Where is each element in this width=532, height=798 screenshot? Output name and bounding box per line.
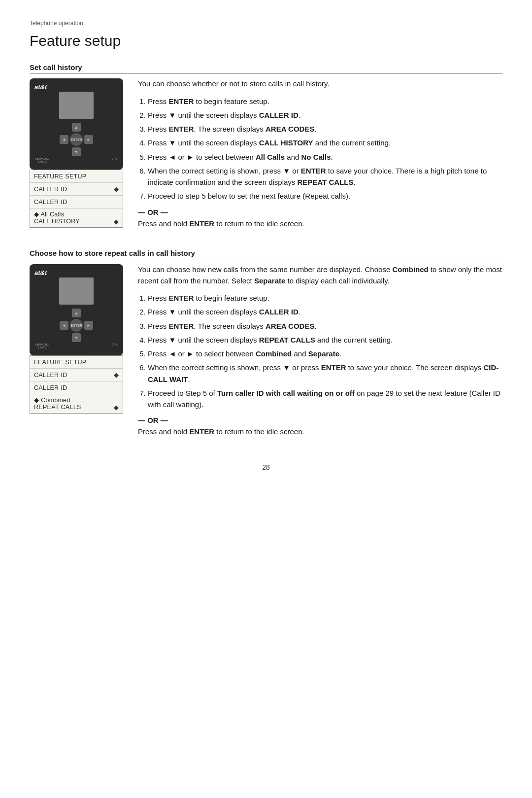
step1-3: Press ENTER. The screen displays AREA CO… xyxy=(148,123,502,135)
dpad-up-1: ▲ xyxy=(72,123,81,132)
bold-combined: Combined xyxy=(256,349,292,358)
dpad-enter-2: ENTER xyxy=(70,319,83,332)
breadcrumb: Telephone operation xyxy=(30,20,502,27)
page-number: 28 xyxy=(30,463,502,471)
bold-separate: Separate xyxy=(308,349,339,358)
section2-left-panel: at&t ▲ ▼ ◄ ► ENTER NEW CALLLINE 2 DRY xyxy=(30,264,123,444)
section2-or-label: — OR — xyxy=(138,416,502,424)
phone-label-dry-2: DRY xyxy=(111,343,117,349)
bold-repeatcalls-s2: REPEAT CALLS xyxy=(259,336,315,344)
lcd1-arrow1: ◆ xyxy=(114,185,119,193)
step2-5: Press ◄ or ► to select between Combined … xyxy=(148,348,502,359)
phone-labels-1: NEW CALLLINE 2 DRY xyxy=(30,157,123,164)
dpad-right-2: ► xyxy=(84,321,93,330)
bold-areacodes-s2: AREA CODES xyxy=(266,322,314,330)
dpad-down-1: ▼ xyxy=(72,147,81,156)
bold-enter-hold-2: ENTER xyxy=(189,427,214,436)
dpad-left-2: ◄ xyxy=(60,321,68,330)
dpad-enter-1: ENTER xyxy=(70,133,83,146)
step2-7: Proceed to Step 5 of Turn caller ID with… xyxy=(148,387,502,411)
section2-or-text: Press and hold ENTER to return to the id… xyxy=(138,426,502,438)
section1-header: Set call history xyxy=(30,63,502,73)
phone-device-2: at&t ▲ ▼ ◄ ► ENTER NEW CALLLINE 2 DRY xyxy=(30,264,123,355)
section-set-call-history: Set call history at&t ▲ ▼ ◄ ► ENTER xyxy=(30,63,502,235)
step1-6: When the correct setting is shown, press… xyxy=(148,165,502,188)
lcd2-row3: CALLER ID xyxy=(30,382,123,394)
section1-or-text: Press and hold ENTER to return to the id… xyxy=(138,218,502,230)
dpad-down-2: ▼ xyxy=(72,333,81,342)
bold-areacodes: AREA CODES xyxy=(266,125,314,133)
lcd1-arrow4: ◆ xyxy=(114,218,119,225)
bold-callerid-s2: CALLER ID xyxy=(259,308,299,316)
phone-label-newcall-2: NEW CALLLINE 2 xyxy=(35,343,49,349)
phone-screen-2 xyxy=(59,278,94,305)
section2-intro: You can choose how new calls from the sa… xyxy=(138,264,502,286)
phone-dpad-1: ▲ ▼ ◄ ► ENTER xyxy=(60,123,93,156)
lcd2-row2: CALLER ID ◆ xyxy=(30,369,123,382)
bold-enter-3: ENTER xyxy=(301,167,326,175)
section2-header: Choose how to store repeat calls in call… xyxy=(30,249,502,259)
section2-right-content: You can choose how new calls from the sa… xyxy=(138,264,502,444)
lcd-display-1: FEATURE SETUP CALLER ID ◆ CALLER ID ◆ Al… xyxy=(30,170,123,228)
bold-allcalls: All Calls xyxy=(256,153,285,161)
phone-device-1: at&t ▲ ▼ ◄ ► ENTER NEW CALLLINE 2 DRY xyxy=(30,78,123,170)
dpad-up-2: ▲ xyxy=(72,309,81,317)
lcd1-row2: CALLER ID ◆ xyxy=(30,183,123,196)
lcd1-row3: CALLER ID xyxy=(30,196,123,208)
bold-enter-s2-2: ENTER xyxy=(169,322,194,330)
bold-repeatcalls: REPEAT CALLS xyxy=(298,178,354,186)
bold-enter-s2-1: ENTER xyxy=(169,294,194,302)
step2-4: Press ▼ until the screen displays REPEAT… xyxy=(148,334,502,346)
step2-1: Press ENTER to begin feature setup. xyxy=(148,292,502,304)
att-logo-2: at&t xyxy=(34,269,47,277)
section1-right-content: You can choose whether or not to store c… xyxy=(138,78,502,235)
lcd1-row4: ◆ All Calls CALL HISTORY ◆ xyxy=(30,208,123,227)
phone-labels-2: NEW CALLLINE 2 DRY xyxy=(30,343,123,349)
page-title: Feature setup xyxy=(30,33,502,49)
bold-separate-intro: Separate xyxy=(254,277,285,285)
bold-callhistory: CALL HISTORY xyxy=(259,139,313,147)
section-repeat-calls: Choose how to store repeat calls in call… xyxy=(30,249,502,444)
section1-steps: Press ENTER to begin feature setup. Pres… xyxy=(138,96,502,202)
lcd2-arrow4: ◆ xyxy=(114,404,119,411)
section1-content: at&t ▲ ▼ ◄ ► ENTER NEW CALLLINE 2 DRY xyxy=(30,78,502,235)
lcd2-arrow1: ◆ xyxy=(114,371,119,379)
step1-2: Press ▼ until the screen displays CALLER… xyxy=(148,109,502,121)
att-logo-1: at&t xyxy=(34,83,47,91)
bold-enter-hold-1: ENTER xyxy=(189,219,214,228)
step1-1: Press ENTER to begin feature setup. xyxy=(148,96,502,107)
lcd-display-2: FEATURE SETUP CALLER ID ◆ CALLER ID ◆ Co… xyxy=(30,355,123,414)
bold-callerid-1: CALLER ID xyxy=(259,111,299,119)
step2-3: Press ENTER. The screen displays AREA CO… xyxy=(148,320,502,332)
phone-label-newcall: NEW CALLLINE 2 xyxy=(35,157,49,164)
step2-2: Press ▼ until the screen displays CALLER… xyxy=(148,306,502,317)
section1-intro: You can choose whether or not to store c… xyxy=(138,78,502,90)
section2-content: at&t ▲ ▼ ◄ ► ENTER NEW CALLLINE 2 DRY xyxy=(30,264,502,444)
phone-screen-1 xyxy=(59,92,94,119)
lcd2-row1: FEATURE SETUP xyxy=(30,356,123,369)
phone-label-dry: DRY xyxy=(111,157,117,164)
bold-enter-s2-3: ENTER xyxy=(321,363,346,372)
section1-or-label: — OR — xyxy=(138,208,502,216)
bold-nocalls: No Calls xyxy=(301,153,331,161)
dpad-left-1: ◄ xyxy=(60,135,68,144)
phone-dpad-2: ▲ ▼ ◄ ► ENTER xyxy=(60,309,93,342)
bold-enter-1: ENTER xyxy=(169,97,194,105)
section1-left-panel: at&t ▲ ▼ ◄ ► ENTER NEW CALLLINE 2 DRY xyxy=(30,78,123,235)
step1-7: Proceed to step 5 below to set the next … xyxy=(148,190,502,202)
bold-enter-2: ENTER xyxy=(169,125,194,133)
step2-6: When the correct setting is shown, press… xyxy=(148,362,502,385)
bold-turnon: Turn caller ID with call waiting on or o… xyxy=(217,389,355,397)
bold-combined-intro: Combined xyxy=(392,265,428,274)
section2-steps: Press ENTER to begin feature setup. Pres… xyxy=(138,292,502,410)
step1-4: Press ▼ until the screen displays CALL H… xyxy=(148,137,502,148)
lcd2-row4: ◆ Combined REPEAT CALLS ◆ xyxy=(30,394,123,413)
lcd1-row1: FEATURE SETUP xyxy=(30,170,123,183)
step1-5: Press ◄ or ► to select between All Calls… xyxy=(148,151,502,163)
dpad-right-1: ► xyxy=(84,135,93,144)
